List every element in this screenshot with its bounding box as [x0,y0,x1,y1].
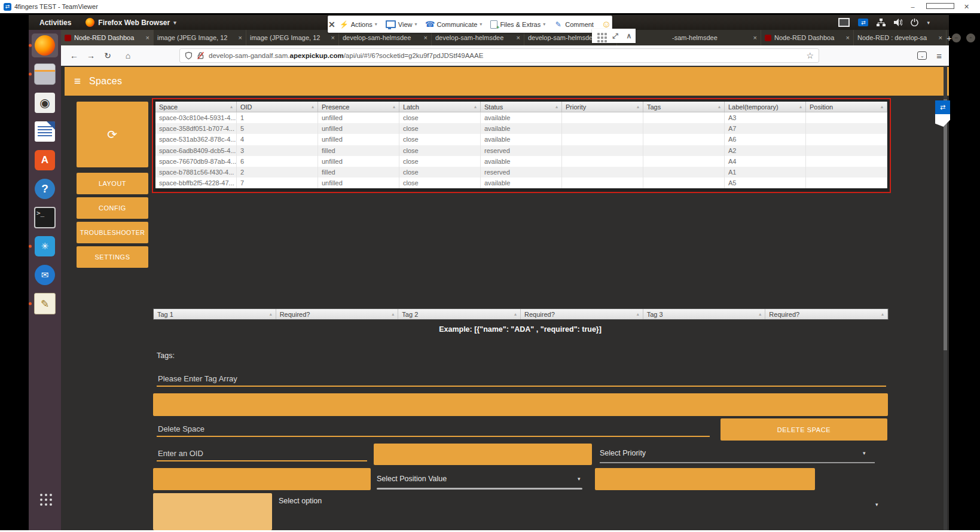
toolbar-item-comment[interactable]: ✎Comment [549,16,598,32]
spaces-column-header[interactable]: Presence▴ [318,102,399,112]
expand-icon[interactable]: ⤢ [612,32,618,40]
action-button[interactable] [153,468,371,490]
new-tab-button[interactable]: + [947,30,952,45]
home-button[interactable]: ⌂ [120,51,136,60]
tags-column-header[interactable]: Tag 2▴ [398,309,521,319]
tags-column-header[interactable]: Required?▴ [765,309,888,319]
toolbar-item-files-extras[interactable]: Files & Extras▾ [486,16,549,32]
table-row[interactable]: space-358df051-b707-4...5unfilledcloseav… [155,123,887,134]
bookmark-star-icon[interactable]: ☆ [806,51,814,60]
tab-close-icon[interactable]: × [146,34,149,41]
refresh-button[interactable]: ⟳ [77,102,148,167]
forward-button[interactable]: → [83,51,99,60]
power-icon[interactable] [911,19,918,26]
dock-libreoffice-writer[interactable] [32,120,58,143]
tags-column-header[interactable]: Tag 3▴ [643,309,766,319]
tags-column-header[interactable]: Required?▴ [521,309,643,319]
tab-close-icon[interactable]: × [846,34,850,41]
dock-app-grid[interactable] [32,487,58,510]
spaces-column-header[interactable]: Space▴ [155,102,237,112]
browser-tab[interactable]: Node-RED Dashboa× [761,30,854,45]
spaces-column-header[interactable]: Position▴ [806,102,887,112]
focused-app-menu[interactable]: Firefox Web Browser ▾ [86,18,176,27]
browser-minimize-button[interactable]: – [952,33,961,42]
spaces-column-header[interactable]: Latch▴ [399,102,481,112]
back-button[interactable]: ← [66,51,83,60]
layout-button[interactable]: LAYOUT [77,173,148,194]
config-button[interactable]: CONFIG [77,197,148,219]
dock-help[interactable] [32,177,58,201]
window-maximize-button[interactable] [926,3,953,10]
collapse-toolbar-icon[interactable]: ∧ [626,32,631,40]
action-button[interactable] [595,468,815,490]
table-row[interactable]: space-03c810e4-5931-4...1unfilledcloseav… [155,112,887,123]
spaces-column-header[interactable]: Label(temporary)▴ [725,102,806,112]
close-session-button[interactable]: ✕ [328,20,335,29]
position-select[interactable]: Select Position Value ▾ [377,475,589,483]
window-minimize-button[interactable]: – [899,3,926,10]
tab-close-icon[interactable]: × [753,34,757,41]
option-select[interactable]: Select option ▾ [279,497,883,505]
table-row[interactable]: space-76670db9-87ab-4...6unfilledcloseav… [155,156,887,167]
delete-space-input[interactable] [157,424,710,437]
window-close-button[interactable]: ✕ [953,3,980,11]
browser-tab[interactable]: Node-RED : develop-sa× [854,30,947,45]
priority-select[interactable]: Select Priority ▾ [600,449,875,457]
chevron-down-icon[interactable]: ▾ [927,20,930,26]
dock-ubuntu-software[interactable] [32,148,58,172]
spaces-column-header[interactable]: Priority▴ [562,102,643,112]
settings-button[interactable]: SETTINGS [77,246,148,268]
menu-icon[interactable]: ≡ [936,51,942,61]
toolbar-item-communicate[interactable]: ☎Communicate▾ [422,16,487,32]
sidebar-toggle-icon[interactable]: ≡ [74,75,81,88]
spaces-column-header[interactable]: Tags▴ [643,102,725,112]
table-row[interactable]: space-6adb8409-dcb5-4...3filledcloserese… [155,145,887,156]
submit-tags-button[interactable] [153,393,888,416]
oid-input[interactable] [157,449,367,461]
dock-screenshot[interactable] [32,234,58,258]
tab-close-icon[interactable]: × [239,34,242,41]
browser-tab[interactable]: -sam-helmsdee× [617,30,761,45]
dock-terminal[interactable] [32,206,58,230]
action-button[interactable] [374,444,592,465]
table-row[interactable]: space-b7881c56-f430-4...2filledcloserese… [155,167,887,178]
url-bar[interactable]: develop-sam-gandalf.sam.apexpickup.com/a… [179,48,819,63]
delete-space-button[interactable]: DELETE SPACE [721,418,887,441]
table-row[interactable]: space-bbffb2f5-4228-47...7unfilledclosea… [155,178,887,188]
grid-view-icon[interactable] [597,36,600,39]
scrollbar-thumb[interactable] [944,99,947,350]
dock-files[interactable] [32,62,58,86]
reload-button[interactable]: ↻ [99,51,116,60]
activities-button[interactable]: Activities [39,19,71,27]
toolbar-item-actions[interactable]: ⚡Actions▾ [335,16,381,32]
tags-column-header[interactable]: Tag 1▴ [154,309,276,319]
browser-tab[interactable]: image (JPEG Image, 12× [246,30,339,45]
teamviewer-chat-tab[interactable]: ⇄ [935,100,950,127]
tab-close-icon[interactable]: × [424,34,428,41]
scrollbar[interactable] [944,66,947,530]
teamviewer-tray-icon[interactable]: ⇄ [858,19,868,26]
tags-column-header[interactable]: Required?▴ [276,309,399,319]
tab-close-icon[interactable]: × [517,34,520,41]
spaces-column-header[interactable]: OID▴ [237,102,318,112]
dock-firefox[interactable] [32,33,58,57]
action-button[interactable] [153,493,272,530]
table-row[interactable]: space-531ab362-878c-4...4unfilledcloseav… [155,134,887,145]
network-icon[interactable] [877,19,886,26]
toolbar-item-view[interactable]: View▾ [381,16,422,32]
browser-tab[interactable]: Node-RED Dashboa× [61,30,154,45]
shield-icon[interactable] [185,51,193,60]
browser-maximize-button[interactable]: ▫ [966,33,975,42]
tag-array-input[interactable] [157,374,886,387]
dock-text-editor[interactable] [32,292,58,316]
volume-icon[interactable] [894,19,902,26]
tab-close-icon[interactable]: × [331,34,335,41]
spaces-column-header[interactable]: Status▴ [481,102,562,112]
library-icon[interactable]: ⌄ [917,51,927,60]
dock-thunderbird[interactable] [32,263,58,287]
feedback-smiley-icon[interactable]: ☺ [602,19,611,30]
insecure-lock-icon[interactable] [197,51,204,60]
tab-close-icon[interactable]: × [939,34,942,41]
dock-rhythmbox[interactable] [32,91,58,115]
browser-tab[interactable]: image (JPEG Image, 12× [154,30,246,45]
